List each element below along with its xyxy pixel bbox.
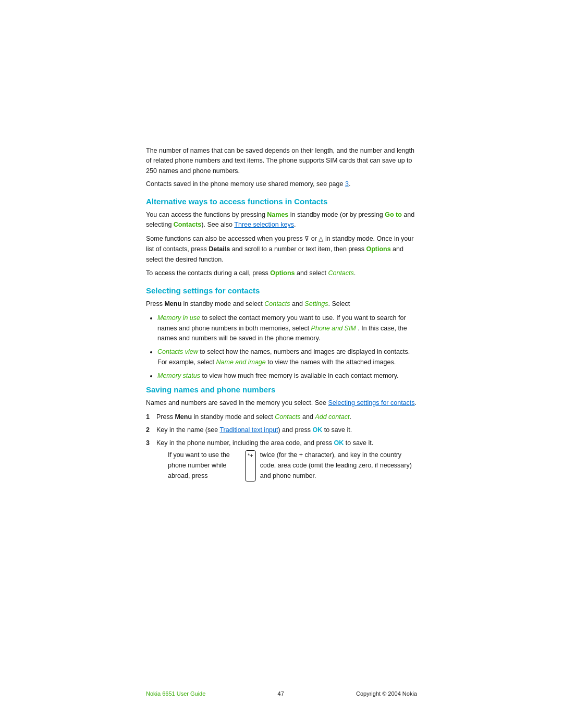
section1-para2: Some functions can also be accessed when… — [146, 234, 417, 265]
page-3-link[interactable]: 3 — [345, 180, 349, 188]
ok-keyword-1: OK — [313, 426, 323, 434]
contacts-view-label: Contacts view — [157, 348, 198, 355]
step-3: 3 Key in the phone number, including the… — [146, 438, 417, 484]
settings-italic: Settings — [304, 300, 328, 307]
section2-bullets: Memory in use to select the contact memo… — [157, 313, 417, 381]
menu-keyword-2: Menu — [175, 413, 192, 421]
section1-para3: To access the contacts during a call, pr… — [146, 268, 417, 279]
options-keyword-1: Options — [366, 245, 390, 253]
contacts-italic-1: Contacts — [328, 269, 353, 277]
name-and-image-label: Name and image — [216, 359, 266, 366]
intro-paragraph-2: Contacts saved in the phone memory use s… — [146, 179, 417, 189]
star-key-icon: *+ — [245, 450, 256, 481]
section3-heading: Saving names and phone numbers — [146, 385, 417, 394]
ok-keyword-2: OK — [334, 439, 344, 447]
section2-heading: Selecting settings for contacts — [146, 286, 417, 295]
footer: Nokia 6651 User Guide 47 Copyright © 200… — [0, 690, 563, 697]
selecting-settings-link[interactable]: Selecting settings for contacts — [328, 399, 414, 406]
options-keyword-2: Options — [270, 269, 295, 277]
contacts-italic-2: Contacts — [264, 300, 290, 307]
step-2: 2 Key in the name (see Traditional text … — [146, 425, 417, 436]
step-1: 1 Press Menu in standby mode and select … — [146, 412, 417, 423]
add-contact-label: Add contact — [315, 413, 349, 421]
section3-steps: 1 Press Menu in standby mode and select … — [146, 412, 417, 484]
section1-para1: You can access the functions by pressing… — [146, 210, 417, 231]
footer-left: Nokia 6651 User Guide — [146, 690, 205, 697]
step-3-sub-bullets: If you want to use the phone number whil… — [168, 450, 417, 481]
bullet-memory-in-use: Memory in use to select the contact memo… — [157, 313, 417, 344]
contacts-link-1[interactable]: Contacts — [174, 221, 201, 228]
memory-status-label: Memory status — [157, 372, 200, 379]
menu-keyword-1: Menu — [164, 300, 181, 307]
contacts-italic-3: Contacts — [275, 413, 300, 421]
memory-in-use-label: Memory in use — [157, 314, 200, 322]
down-arrow-icon: ⊽ — [304, 234, 309, 244]
footer-copyright: Copyright © 2004 Nokia — [356, 690, 417, 697]
section3-para1: Names and numbers are saved in the memor… — [146, 398, 417, 409]
bullet-memory-status: Memory status to view how much free memo… — [157, 371, 417, 381]
section2-para1: Press Menu in standby mode and select Co… — [146, 299, 417, 310]
bullet-contacts-view: Contacts view to select how the names, n… — [157, 347, 417, 368]
names-link[interactable]: Names — [267, 211, 288, 218]
content-area: The number of names that can be saved de… — [0, 0, 563, 550]
intro-paragraph-1: The number of names that can be saved de… — [146, 146, 417, 176]
footer-page-number: 47 — [278, 690, 284, 697]
traditional-text-input-link[interactable]: Traditional text input — [219, 426, 278, 434]
phone-and-sim-label: Phone and SIM — [311, 325, 356, 332]
details-keyword: Details — [209, 245, 230, 253]
page: The number of names that can be saved de… — [0, 0, 563, 728]
goto-link[interactable]: Go to — [385, 211, 402, 218]
three-selection-keys-link[interactable]: Three selection keys — [234, 221, 294, 228]
step-3-sub-bullet: If you want to use the phone number whil… — [168, 450, 417, 481]
section1-heading: Alternative ways to access functions in … — [146, 197, 417, 206]
